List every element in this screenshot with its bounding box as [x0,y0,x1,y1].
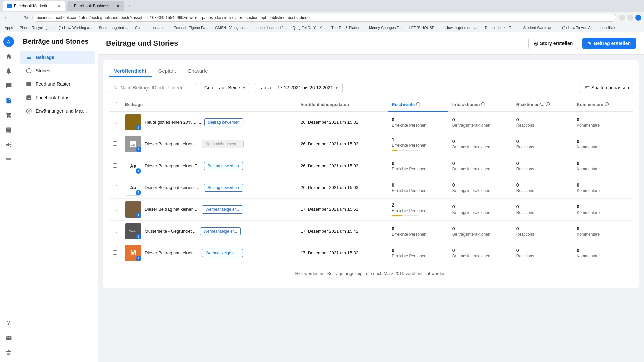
browser-actions [619,15,641,21]
reach-progress-bar [392,150,419,151]
ad-button[interactable]: Werbeanzeige er... [202,205,243,214]
promote-button[interactable]: Beitrag bewerben [204,118,243,126]
select-all-checkbox[interactable] [113,102,117,106]
row-checkbox[interactable] [113,163,117,168]
ad-button[interactable]: Werbeanzeige er... [202,249,243,257]
th-reach[interactable]: Reichweite ⓘ [388,98,448,111]
active-tab[interactable]: Facebook Marketing & Werbe... ✕ [3,1,65,11]
comments-info-icon[interactable]: ⓘ [605,102,609,107]
comments-number: 0 [577,117,629,122]
sidebar-item-erwahnungen-label: Erwähnungen und Mar... [36,108,87,114]
row-checkbox[interactable] [113,207,117,211]
nav-chat[interactable] [2,79,15,93]
tabs-bar: Veröffentlicht Geplant Entwürfe [109,65,633,77]
row-checkbox[interactable] [113,185,117,189]
reactions-number: 0 [516,248,569,253]
forward-button[interactable]: → [13,14,20,21]
reactions-number: 0 [516,161,569,166]
reach-info-icon[interactable]: ⓘ [416,102,420,107]
sidebar-item-feed[interactable]: Feed und Raster [20,77,95,91]
bookmark-6[interactable]: GMSN - Vologda... [213,25,248,31]
row-checkbox[interactable] [113,229,117,233]
bookmark-3[interactable]: Sonderangebot:... [97,25,130,31]
nav-help[interactable]: ? [2,316,15,330]
nav-analytics[interactable] [2,123,15,137]
bookmark-13[interactable]: Datenschutz - Re... [483,25,519,31]
bookmark-2[interactable]: (1) How Working a... [56,25,94,31]
reactions-stat: 0 Reactions [516,182,569,193]
post-text: Dieser Beitrag hat keinen ... [145,207,198,212]
comments-stat: 0 Kommentare [577,161,629,171]
bookmark-9[interactable]: The Top 3 Platfor... [329,25,364,31]
reactions-info-icon[interactable]: ⓘ [546,102,550,107]
bookmark-4[interactable]: Chinese translatio... [133,25,169,31]
bookmark-15[interactable]: (2) How To Add A... [560,25,596,31]
table-row: f Dieser Beitrag hat keinen ... Kann nic… [109,133,633,155]
active-tab-close[interactable]: ✕ [58,4,61,8]
date-filter[interactable]: Laufzeit: 17.12.2021 bis 26.12.2021 ▼ [254,83,343,93]
row-checkbox[interactable] [113,120,117,124]
bookmark-leseliste[interactable]: Leseliste [598,25,617,31]
interactions-stat: 0 Beitragsinteraktionen [452,226,508,237]
promote-button[interactable]: Beitrag bewerben [204,184,243,192]
reload-button[interactable]: ↻ [23,14,30,21]
post-interactions: 0 Beitragsinteraktionen [448,155,512,177]
nav-ads[interactable] [2,138,15,152]
bookmark-7[interactable]: Lessons Learned f... [251,25,288,31]
reach-stat: 0 Erreichte Personen [392,117,444,128]
tab-entwuerfe[interactable]: Entwürfe [182,65,213,77]
row-checkbox[interactable] [113,141,117,146]
nav-alert[interactable] [2,64,15,78]
back-button[interactable]: ← [3,14,10,21]
tab-veroeffentlicht[interactable]: Veröffentlicht [109,65,152,77]
sidebar-item-fotos[interactable]: Facebook-Fotos [20,91,95,104]
table-row: f Dieser Beitrag hat keinen ... Werbeanz… [109,198,633,220]
nav-feedback[interactable] [2,331,15,345]
interactions-info-icon[interactable]: ⓘ [481,102,485,107]
promote-button[interactable]: Beitrag bewerben [204,162,243,170]
bookmark-11[interactable]: LEE 'S HOUSE-... [407,25,441,31]
bookmark-12[interactable]: How to get more v... [443,25,480,31]
bookmark-8[interactable]: Qing Fei De Yi - Y... [290,25,327,31]
post-create-button[interactable]: ✎ Beitrag erstellen [582,38,636,49]
url-bar[interactable] [32,14,616,22]
filters-bar: Geteilt auf: Beide ▼ Laufzeit: 17.12.202… [109,83,633,93]
sidebar-item-erwahnungen[interactable]: Erwähnungen und Mar... [20,104,95,118]
reach-label: Erreichte Personen [392,208,444,213]
bookmark-1[interactable]: Phone Recycling-... [18,25,54,31]
nav-avatar[interactable]: A [2,35,15,48]
reactions-stat: 0 Reactions [516,117,569,128]
reach-label: Erreichte Personen [392,143,444,148]
bookmark-10[interactable]: Money Changes E... [367,25,405,31]
sidebar-item-stories-label: Stories [36,68,50,73]
ad-button[interactable]: Werbeanzeige er... [200,227,241,235]
erwahnungen-icon [25,108,32,114]
new-tab-button[interactable]: + [126,3,132,9]
table-body: f Heute gibt es einen 20% Di... Beitrag … [109,111,633,264]
svg-point-0 [26,68,31,73]
nav-posts[interactable] [2,94,15,107]
shared-filter[interactable]: Geteilt auf: Beide ▼ [200,83,250,93]
nav-home[interactable] [2,50,15,63]
row-checkbox[interactable] [113,250,117,255]
comments-number: 0 [577,161,629,166]
nav-shop[interactable] [2,109,15,122]
sidebar-item-stories[interactable]: Stories [20,64,95,77]
collapse-sidebar-button[interactable] [2,346,15,359]
sidebar-item-beitraege[interactable]: Beiträge [20,51,95,64]
table-row: Muster f Musterseite - Gegründet ... Wer… [109,220,633,242]
comments-stat: 0 Kommentare [577,226,629,237]
profile-icon[interactable] [635,15,641,21]
nav-menu[interactable] [2,153,15,166]
story-create-button[interactable]: ◎ Story erstellen [528,38,578,49]
bookmark-apps[interactable]: Apps [3,25,15,31]
post-cell: f Dieser Beitrag hat keinen ... Kann nic… [125,136,292,152]
post-create-label: Beitrag erstellen [594,41,631,46]
inactive-tab[interactable]: Facebook Business Suite ✕ [67,1,124,11]
bookmark-14[interactable]: Student Wants an... [521,25,557,31]
search-input[interactable] [120,85,192,90]
bookmark-5[interactable]: Tutorial: Eigene Fa... [172,25,210,31]
tab-geplant[interactable]: Geplant [153,65,181,77]
adjust-columns-button[interactable]: Spalten anpassen [580,83,633,93]
inactive-tab-close[interactable]: ✕ [116,4,120,8]
